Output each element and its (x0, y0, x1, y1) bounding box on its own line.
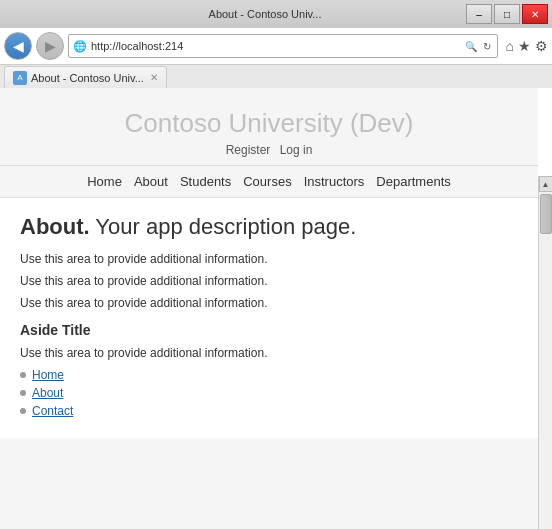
address-bar[interactable]: 🌐 http://localhost:214 🔍 ↻ (68, 34, 498, 58)
active-tab[interactable]: A About - Contoso Univ... ✕ (4, 66, 167, 88)
title-bar-controls: – □ ✕ (466, 4, 548, 24)
toolbar-extra: ⌂ ★ ⚙ (506, 38, 548, 54)
footer-links: Home About Contact (20, 368, 518, 418)
heading-bold: About. (20, 214, 90, 239)
tab-close-icon[interactable]: ✕ (150, 72, 158, 83)
tab-bar: A About - Contoso Univ... ✕ (0, 64, 552, 88)
nav-home[interactable]: Home (87, 174, 122, 189)
scroll-thumb[interactable] (540, 194, 552, 234)
settings-icon[interactable]: ⚙ (535, 38, 548, 54)
bullet-icon (20, 372, 26, 378)
title-bar-title: About - Contoso Univ... (64, 8, 466, 20)
search-icon[interactable]: 🔍 (463, 40, 479, 53)
forward-button[interactable]: ▶ (36, 32, 64, 60)
content-line-3: Use this area to provide additional info… (20, 296, 518, 310)
tab-label: About - Contoso Univ... (31, 72, 144, 84)
content-line-2: Use this area to provide additional info… (20, 274, 518, 288)
list-item: About (20, 386, 518, 400)
nav-departments[interactable]: Departments (376, 174, 450, 189)
site-auth: Register Log in (0, 143, 538, 157)
login-link[interactable]: Log in (280, 143, 313, 157)
site-nav: Home About Students Courses Instructors … (0, 166, 538, 198)
nav-courses[interactable]: Courses (243, 174, 291, 189)
register-link[interactable]: Register (226, 143, 271, 157)
footer-home-link[interactable]: Home (32, 368, 64, 382)
tab-favicon: A (13, 71, 27, 85)
address-favicon: 🌐 (73, 40, 87, 53)
maximize-button[interactable]: □ (494, 4, 520, 24)
footer-about-link[interactable]: About (32, 386, 63, 400)
site-title: Contoso University (Dev) (0, 108, 538, 139)
list-item: Home (20, 368, 518, 382)
scroll-up-button[interactable]: ▲ (539, 176, 553, 192)
close-button[interactable]: ✕ (522, 4, 548, 24)
list-item: Contact (20, 404, 518, 418)
nav-students[interactable]: Students (180, 174, 231, 189)
back-button[interactable]: ◀ (4, 32, 32, 60)
footer-contact-link[interactable]: Contact (32, 404, 73, 418)
bullet-icon (20, 408, 26, 414)
page-heading: About. Your app description page. (20, 214, 518, 240)
content-line-1: Use this area to provide additional info… (20, 252, 518, 266)
aside-content-line: Use this area to provide additional info… (20, 346, 518, 360)
address-actions: 🔍 ↻ (463, 40, 493, 53)
heading-normal: Your app description page. (90, 214, 357, 239)
nav-bar: ◀ ▶ 🌐 http://localhost:214 🔍 ↻ ⌂ ★ ⚙ (0, 28, 552, 64)
site-header: Contoso University (Dev) Register Log in (0, 88, 538, 166)
main-content: About. Your app description page. Use th… (0, 198, 538, 438)
address-text: http://localhost:214 (91, 40, 459, 52)
aside-title: Aside Title (20, 322, 518, 338)
browser-window: About - Contoso Univ... – □ ✕ ◀ ▶ 🌐 http… (0, 0, 552, 529)
page-content: Contoso University (Dev) Register Log in… (0, 88, 538, 529)
home-icon[interactable]: ⌂ (506, 38, 514, 54)
nav-about[interactable]: About (134, 174, 168, 189)
bullet-icon (20, 390, 26, 396)
title-bar: About - Contoso Univ... – □ ✕ (0, 0, 552, 28)
nav-instructors[interactable]: Instructors (304, 174, 365, 189)
minimize-button[interactable]: – (466, 4, 492, 24)
refresh-icon[interactable]: ↻ (481, 40, 493, 53)
scrollbar[interactable]: ▲ ▼ (538, 176, 552, 529)
favorites-icon[interactable]: ★ (518, 38, 531, 54)
